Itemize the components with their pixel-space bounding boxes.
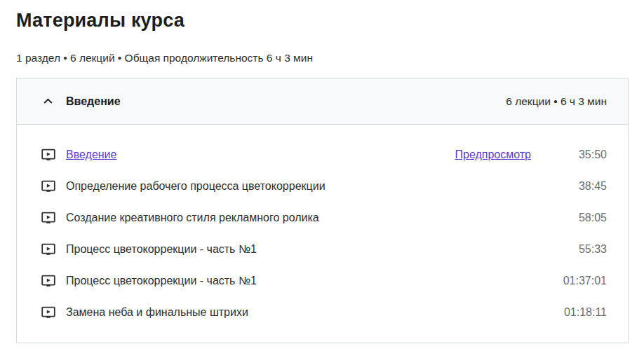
lecture-title: Процесс цветокоррекции - часть №1 — [66, 275, 257, 287]
section-panel: Введение 6 лекции • 6 ч 3 мин Введение П… — [16, 78, 629, 343]
lecture-title: Создание креативного стиля рекламного ро… — [66, 212, 319, 224]
lecture-row: Введение Предпросмотр 35:50 — [40, 139, 607, 170]
section-meta: 6 лекции • 6 ч 3 мин — [506, 95, 607, 108]
video-lecture-icon — [40, 273, 57, 289]
lecture-duration: 55:33 — [559, 243, 607, 256]
lecture-row: Создание креативного стиля рекламного ро… — [40, 202, 607, 233]
section-header[interactable]: Введение 6 лекции • 6 ч 3 мин — [17, 78, 628, 125]
course-content-page: Материалы курса 1 раздел • 6 лекций • Об… — [0, 0, 644, 343]
course-summary: 1 раздел • 6 лекций • Общая продолжитель… — [16, 52, 629, 64]
page-title: Материалы курса — [16, 10, 629, 32]
preview-link[interactable]: Предпросмотр — [455, 149, 531, 161]
lecture-row-right: 01:18:11 — [559, 306, 607, 319]
lecture-row: Процесс цветокоррекции - часть №1 01:37:… — [40, 265, 607, 296]
video-lecture-icon — [40, 241, 57, 258]
lecture-row-right: 01:37:01 — [559, 275, 607, 287]
lecture-title: Замена неба и финальные штрихи — [66, 306, 248, 319]
lecture-row-right: Предпросмотр 35:50 — [455, 149, 607, 161]
lecture-row: Процесс цветокоррекции - часть №1 55:33 — [40, 233, 607, 265]
lecture-title: Процесс цветокоррекции - часть №1 — [66, 243, 257, 256]
lecture-title: Определение рабочего процесса цветокорре… — [66, 180, 326, 193]
lecture-duration: 35:50 — [559, 149, 607, 161]
video-lecture-icon — [40, 146, 57, 163]
lecture-row-right: 38:45 — [559, 180, 607, 193]
lecture-duration: 01:18:11 — [559, 306, 607, 319]
section-title: Введение — [66, 95, 121, 108]
lecture-duration: 01:37:01 — [559, 275, 607, 287]
lecture-row: Определение рабочего процесса цветокорре… — [40, 170, 607, 202]
lecture-row-right: 58:05 — [559, 212, 607, 224]
video-lecture-icon — [40, 209, 57, 226]
lecture-row: Замена неба и финальные штрихи 01:18:11 — [40, 296, 607, 328]
lecture-title[interactable]: Введение — [66, 149, 116, 161]
lecture-row-right: 55:33 — [559, 243, 607, 256]
lecture-duration: 38:45 — [559, 180, 607, 193]
video-lecture-icon — [40, 304, 57, 321]
chevron-up-icon — [42, 95, 54, 107]
lecture-list: Введение Предпросмотр 35:50 Определение … — [17, 125, 628, 343]
lecture-duration: 58:05 — [559, 212, 607, 224]
video-lecture-icon — [40, 178, 57, 195]
